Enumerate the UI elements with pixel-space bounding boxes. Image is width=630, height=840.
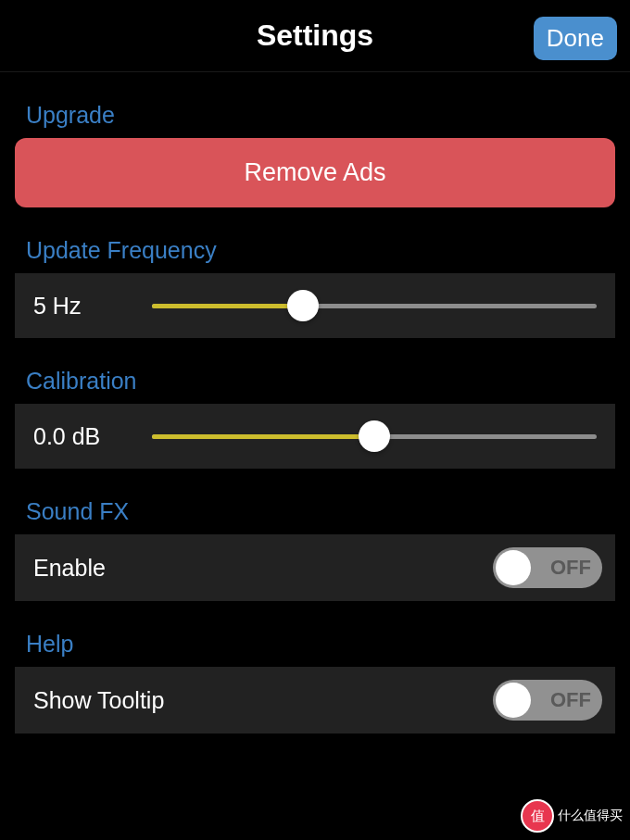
section-header-sound-fx: Sound FX bbox=[15, 469, 615, 534]
slider-fill bbox=[152, 434, 374, 439]
calibration-value: 0.0 dB bbox=[33, 423, 152, 450]
content-area: Upgrade Remove Ads Update Frequency 5 Hz… bbox=[0, 72, 630, 733]
update-frequency-slider[interactable] bbox=[152, 293, 597, 319]
toggle-state-text: OFF bbox=[550, 688, 591, 712]
remove-ads-button[interactable]: Remove Ads bbox=[15, 138, 615, 207]
sound-fx-toggle[interactable]: OFF bbox=[493, 547, 602, 588]
section-header-update-frequency: Update Frequency bbox=[15, 207, 615, 273]
watermark-badge-icon: 值 bbox=[521, 799, 554, 833]
slider-thumb[interactable] bbox=[287, 290, 319, 321]
section-header-upgrade: Upgrade bbox=[15, 72, 615, 138]
calibration-row: 0.0 dB bbox=[15, 404, 615, 469]
watermark-text: 什么值得买 bbox=[558, 808, 623, 824]
slider-thumb[interactable] bbox=[359, 420, 390, 452]
sound-fx-row: Enable OFF bbox=[15, 534, 615, 601]
help-row: Show Tooltip OFF bbox=[15, 667, 615, 733]
slider-fill bbox=[152, 304, 303, 308]
header-bar: Settings Done bbox=[0, 0, 630, 72]
update-frequency-row: 5 Hz bbox=[15, 273, 615, 338]
section-header-help: Help bbox=[15, 601, 615, 667]
tooltip-label: Show Tooltip bbox=[33, 687, 164, 714]
tooltip-toggle[interactable]: OFF bbox=[493, 680, 602, 721]
calibration-slider[interactable] bbox=[152, 423, 597, 449]
toggle-state-text: OFF bbox=[550, 556, 591, 580]
toggle-knob bbox=[496, 683, 531, 718]
slider-track bbox=[152, 304, 597, 308]
toggle-knob bbox=[496, 550, 531, 585]
section-header-calibration: Calibration bbox=[15, 338, 615, 404]
sound-fx-label: Enable bbox=[33, 555, 106, 582]
update-frequency-value: 5 Hz bbox=[33, 293, 152, 320]
done-button[interactable]: Done bbox=[534, 17, 617, 60]
page-title: Settings bbox=[257, 19, 373, 53]
watermark: 值 什么值得买 bbox=[521, 799, 623, 833]
